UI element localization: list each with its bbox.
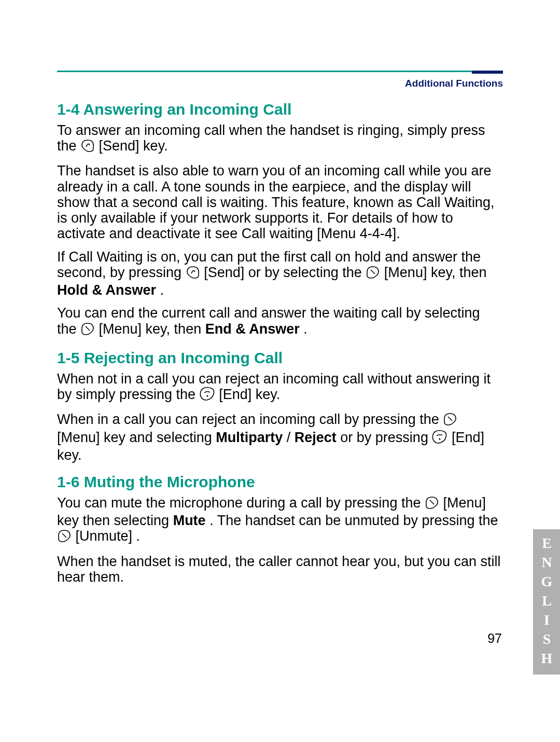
send-key-icon bbox=[186, 266, 200, 282]
text: You can mute the microphone during a cal… bbox=[57, 495, 425, 511]
end-key-icon bbox=[432, 430, 447, 447]
text: . bbox=[160, 282, 164, 298]
text: [Menu] key, then bbox=[99, 321, 205, 337]
menu-key-icon bbox=[443, 413, 457, 429]
end-key-icon bbox=[200, 387, 215, 404]
text: [Menu] key and selecting bbox=[57, 430, 216, 445]
page-number: 97 bbox=[487, 631, 502, 646]
header-section-label: Additional Functions bbox=[405, 78, 503, 89]
bold-text: Multiparty bbox=[216, 430, 283, 445]
menu-key-icon bbox=[57, 529, 72, 546]
para-1-5-1: When not in a call you can reject an inc… bbox=[57, 371, 503, 404]
para-1-4-2: The handset is also able to warn you of … bbox=[57, 163, 503, 241]
language-tab: ENGLISH bbox=[533, 529, 560, 675]
bold-text: End & Answer bbox=[205, 321, 300, 337]
para-1-5-2: When in a call you can reject an incomin… bbox=[57, 411, 503, 463]
menu-key-icon bbox=[366, 266, 380, 282]
text: [Unmute] . bbox=[76, 528, 141, 544]
text: . bbox=[303, 321, 307, 337]
text: [End] key. bbox=[219, 387, 280, 402]
send-key-icon bbox=[80, 139, 95, 156]
section-heading-1-4: 1-4 Answering an Incoming Call bbox=[57, 101, 503, 118]
para-1-4-4: You can end the current call and answer … bbox=[57, 305, 503, 338]
bold-text: Hold & Answer bbox=[57, 282, 156, 298]
text: . The handset can be unmuted by pressing… bbox=[209, 513, 498, 528]
header-rule-green bbox=[57, 71, 472, 72]
para-1-4-1: To answer an incoming call when the hand… bbox=[57, 122, 503, 156]
svg-point-1 bbox=[439, 438, 441, 439]
text: When in a call you can reject an incomin… bbox=[57, 411, 443, 427]
bold-text: Reject bbox=[295, 430, 337, 445]
header-rule bbox=[57, 71, 503, 74]
manual-page: Additional Functions 1-4 Answering an In… bbox=[0, 0, 560, 742]
text: [Send] key. bbox=[99, 138, 168, 154]
text: [Menu] key, then bbox=[384, 265, 487, 280]
language-tab-label: ENGLISH bbox=[538, 535, 555, 669]
text: [Send] or by selecting the bbox=[204, 265, 366, 280]
menu-key-icon bbox=[425, 496, 439, 513]
menu-key-icon bbox=[80, 322, 95, 339]
page-body: 1-4 Answering an Incoming Call To answer… bbox=[57, 101, 503, 592]
section-heading-1-5: 1-5 Rejecting an Incoming Call bbox=[57, 349, 503, 367]
svg-point-0 bbox=[206, 395, 208, 396]
bold-text: Mute bbox=[173, 513, 206, 528]
header-rule-blue bbox=[472, 71, 503, 74]
section-heading-1-6: 1-6 Muting the Microphone bbox=[57, 473, 503, 491]
para-1-4-3: If Call Waiting is on, you can put the f… bbox=[57, 249, 503, 298]
text: / bbox=[287, 430, 291, 445]
para-1-6-1: You can mute the microphone during a cal… bbox=[57, 495, 503, 546]
para-1-6-2: When the handset is muted, the caller ca… bbox=[57, 554, 503, 585]
text: or by pressing bbox=[340, 430, 432, 445]
